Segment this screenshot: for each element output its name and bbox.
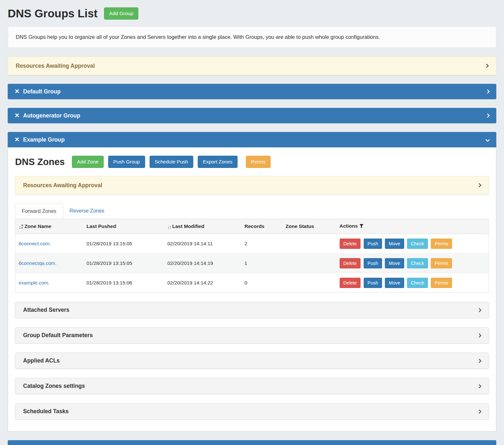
section-label: Group Default Parameters [23, 332, 93, 339]
group-header-example[interactable]: × Example Group [8, 132, 496, 147]
table-row: example.com. 01/28/2019 13:15:06 02/20/2… [15, 273, 489, 293]
chevron-right-icon [477, 409, 482, 414]
export-zones-button[interactable]: Export Zones [198, 156, 238, 168]
schedule-push-button[interactable]: Schedule Push [150, 156, 193, 168]
last-pushed-value: 01/28/2019 13:15:06 [83, 273, 164, 293]
add-zone-button[interactable]: Add Zone [72, 156, 104, 168]
records-value: 1 [241, 254, 282, 273]
last-modified-value: 02/20/2019 14:14:22 [164, 273, 241, 293]
group-header-default[interactable]: × Default Group [8, 84, 496, 99]
zone-status-value [282, 234, 336, 254]
tab-forward-zones[interactable]: Forward Zones [15, 204, 63, 219]
last-modified-value: 02/20/2019 14:14:11 [164, 234, 241, 254]
awaiting-approval-label: Resources Awaiting Approval [23, 182, 102, 189]
chevron-right-icon [477, 358, 482, 363]
check-button[interactable]: Check [407, 278, 428, 288]
add-group-button[interactable]: Add Group [104, 7, 138, 20]
table-row: 6connect.com. 01/28/2019 13:15:05 02/20/… [15, 234, 489, 254]
table-row: 6connectqa.com. 01/28/2019 13:15:05 02/2… [15, 254, 489, 273]
tab-reverse-zones[interactable]: Reverse Zones [63, 204, 111, 219]
page-header: DNS Groups List Add Group [8, 7, 496, 20]
chevron-right-icon [477, 333, 482, 337]
move-button[interactable]: Move [385, 258, 404, 268]
perms-button[interactable]: Perms [431, 278, 452, 288]
intro-box: DNS Groups help you to organize all of y… [8, 26, 496, 48]
example-group-body: DNS Zones Add Zone Push Group Schedule P… [8, 147, 496, 432]
chevron-right-icon [485, 89, 490, 94]
check-button[interactable]: Check [407, 258, 428, 268]
push-button[interactable]: Push [364, 239, 382, 249]
page-title: DNS Groups List [8, 7, 98, 20]
section-group-default-parameters[interactable]: Group Default Parameters [15, 327, 489, 344]
chevron-right-icon [484, 64, 489, 68]
filter-icon[interactable] [360, 224, 363, 230]
check-button[interactable]: Check [407, 239, 428, 249]
zone-status-value [282, 273, 336, 293]
group-header-autogenerator[interactable]: × Autogenerator Group [8, 108, 496, 123]
section-scheduled-tasks[interactable]: Scheduled Tasks [15, 403, 489, 420]
awaiting-approval-panel-inner[interactable]: Resources Awaiting Approval [15, 176, 489, 195]
move-button[interactable]: Move [385, 239, 404, 249]
close-icon[interactable]: × [15, 135, 19, 143]
delete-button[interactable]: Delete [340, 258, 361, 268]
sort-alpha-icon: ↓AZ [19, 224, 23, 230]
chevron-right-icon [477, 308, 482, 312]
delete-button[interactable]: Delete [340, 278, 361, 288]
last-pushed-value: 01/28/2019 13:15:05 [83, 254, 164, 273]
perms-button[interactable]: Perms [431, 258, 452, 268]
push-button[interactable]: Push [364, 278, 382, 288]
move-button[interactable]: Move [385, 278, 404, 288]
section-label: Attached Servers [23, 307, 69, 313]
partial-group-header[interactable] [8, 440, 496, 445]
column-zone-status[interactable]: Zone Status [282, 219, 336, 234]
section-attached-servers[interactable]: Attached Servers [15, 302, 489, 318]
section-label: Catalog Zones settings [23, 383, 85, 389]
group-name: Default Group [23, 88, 486, 95]
perms-button[interactable]: Perms [431, 239, 452, 249]
table-header-row: ↓AZZone Name Last Pushed ↓↑Last Modified… [15, 219, 489, 234]
column-actions[interactable]: Actions [336, 219, 489, 234]
sort-updown-icon: ↓↑ [168, 224, 171, 230]
dns-zones-title: DNS Zones [15, 157, 65, 167]
section-applied-acls[interactable]: Applied ACLs [15, 353, 489, 369]
group-name: Example Group [23, 136, 486, 143]
zone-name-link[interactable]: 6connectqa.com. [19, 260, 56, 266]
group-name: Autogenerator Group [23, 112, 486, 119]
zone-name-link[interactable]: example.com. [19, 280, 49, 285]
chevron-right-icon [477, 183, 482, 188]
awaiting-approval-label: Resources Awaiting Approval [16, 63, 95, 69]
push-button[interactable]: Push [364, 258, 382, 268]
column-zone-name[interactable]: ↓AZZone Name [15, 219, 83, 234]
awaiting-approval-panel[interactable]: Resources Awaiting Approval [8, 57, 496, 75]
column-last-modified[interactable]: ↓↑Last Modified [164, 219, 241, 234]
close-icon[interactable]: × [15, 87, 19, 95]
chevron-right-icon [477, 384, 482, 388]
section-label: Applied ACLs [23, 357, 60, 364]
zone-status-value [282, 254, 336, 273]
records-value: 2 [241, 234, 282, 254]
zones-table: ↓AZZone Name Last Pushed ↓↑Last Modified… [15, 219, 489, 293]
last-pushed-value: 01/28/2019 13:15:05 [83, 234, 164, 254]
column-records[interactable]: Records [241, 219, 282, 234]
close-icon[interactable]: × [15, 111, 19, 119]
section-catalog-zones-settings[interactable]: Catalog Zones settings [15, 378, 489, 394]
dns-zones-toolbar: DNS Zones Add Zone Push Group Schedule P… [15, 156, 489, 168]
delete-button[interactable]: Delete [340, 239, 361, 249]
zone-tabs: Forward Zones Reverse Zones [15, 204, 489, 219]
section-label: Scheduled Tasks [23, 408, 69, 415]
records-value: 0 [241, 273, 282, 293]
zone-name-link[interactable]: 6connect.com. [19, 241, 51, 246]
perms-button[interactable]: Perms [246, 156, 271, 168]
dns-groups-page: DNS Groups List Add Group DNS Groups hel… [0, 0, 504, 445]
last-modified-value: 02/20/2019 14:14:19 [164, 254, 241, 273]
chevron-right-icon [485, 113, 490, 118]
column-last-pushed[interactable]: Last Pushed [83, 219, 164, 234]
chevron-down-icon [485, 137, 490, 142]
push-group-button[interactable]: Push Group [108, 156, 145, 168]
intro-text: DNS Groups help you to organize all of y… [16, 34, 380, 40]
